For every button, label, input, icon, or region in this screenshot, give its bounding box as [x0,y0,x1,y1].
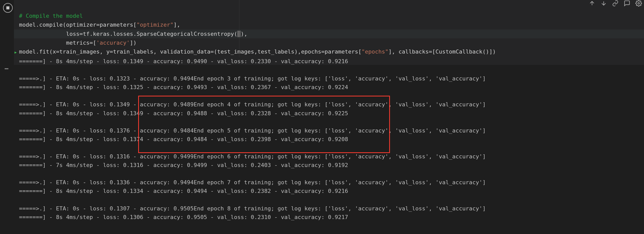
stop-icon [6,6,9,9]
interrupt-kernel-button[interactable] [3,3,13,13]
comment-icon[interactable] [624,0,630,7]
cell-output: =======] - 8s 4ms/step - loss: 0.1349 - … [14,57,644,222]
cell-toolbar [589,0,642,7]
text-cursor: | [237,31,241,37]
code-line-2: model.compile(optimizer=parameters["opti… [19,22,180,28]
code-line-5: model.fit(x=train_images, y=train_labels… [19,48,496,55]
code-line-3: loss=tf.keras.losses.SparseCategoricalCr… [14,29,644,38]
code-line-4: metrics=['accuracy']) [19,40,137,46]
more-actions-icon[interactable]: ⋯ [5,65,9,72]
code-comment: # Compile the model [19,13,83,19]
settings-icon[interactable] [635,0,642,7]
cell-gutter: ⋯ [0,0,14,234]
arrow-up-icon[interactable] [589,0,595,7]
arrow-down-icon[interactable] [600,0,607,7]
link-icon[interactable] [612,0,619,7]
svg-point-0 [638,3,640,4]
code-cell[interactable]: ▸# Compile the model model.compile(optim… [14,0,644,65]
execution-indicator-icon: ▸ [14,48,17,57]
